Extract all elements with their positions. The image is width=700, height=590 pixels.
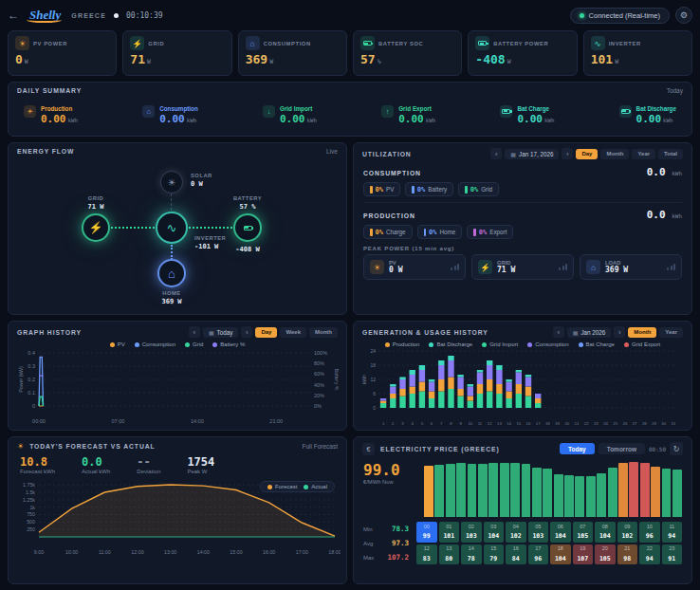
full-forecast-link[interactable]: Full Forecast (302, 443, 338, 450)
tab-today[interactable]: Today (560, 443, 595, 454)
price-bar-hour-06[interactable] (488, 463, 498, 517)
hour-cell-06[interactable]: 06 104 (550, 522, 571, 543)
hour-cell-14[interactable]: 14 78 (461, 544, 482, 565)
hour-cell-03[interactable]: 03 104 (484, 522, 505, 543)
peak-card-pv[interactable]: ☀ PV 0 W (363, 254, 466, 280)
graph-history-range-day-button[interactable]: Day (255, 327, 277, 338)
price-bar-hour-18[interactable] (618, 463, 628, 517)
forecast-legend-forecast[interactable]: Forecast (267, 484, 297, 489)
utilization-date-pill[interactable]: ▦Jan 17, 2026 (505, 149, 559, 159)
refresh-button[interactable]: ↻ (670, 442, 683, 455)
graph-history-range-week-button[interactable]: Week (280, 327, 306, 338)
price-bar-hour-15[interactable] (586, 476, 596, 517)
kpi-grid[interactable]: ⚡ GRID 71W (122, 30, 231, 76)
utilization-range-day-button[interactable]: Day (576, 149, 598, 159)
peak-card-grid[interactable]: ⚡ GRID 71 W (471, 254, 574, 280)
price-bar-hour-17[interactable] (608, 468, 617, 517)
production-chip-export[interactable]: 0% Export (467, 225, 513, 239)
utilization-range-month-button[interactable]: Month (600, 149, 629, 159)
price-bar-hour-14[interactable] (575, 476, 584, 517)
utilization-next-button[interactable]: › (562, 148, 573, 159)
price-bar-hour-07[interactable] (500, 463, 509, 517)
generation-range-month-button[interactable]: Month (628, 327, 656, 338)
price-bar-hour-01[interactable] (434, 465, 444, 517)
price-bar-hour-03[interactable] (456, 463, 466, 517)
hour-cell-07[interactable]: 07 105 (573, 522, 594, 543)
price-bar-hour-16[interactable] (597, 473, 606, 517)
production-chip-charge[interactable]: 0% Charge (363, 225, 413, 239)
hour-cell-21[interactable]: 21 98 (617, 544, 638, 565)
kpi-consumption[interactable]: ⌂ CONSUMPTION 369W (238, 30, 347, 76)
utilization-range-total-button[interactable]: Total (658, 149, 683, 159)
graph-history-date-pill[interactable]: ▦Today (203, 327, 238, 338)
price-bar-hour-23[interactable] (672, 470, 682, 517)
utilization-range-year-button[interactable]: Year (632, 149, 655, 159)
battery-node[interactable] (233, 213, 262, 242)
price-bar-hour-02[interactable] (446, 464, 455, 517)
hour-cell-16[interactable]: 16 84 (506, 544, 526, 565)
hour-cell-17[interactable]: 17 96 (528, 544, 549, 565)
utilization-prev-button[interactable]: ‹ (490, 148, 502, 159)
summary-label: Bat Charge (517, 105, 554, 112)
kpi-pv-power[interactable]: ☀ PV POWER 0W (8, 30, 117, 76)
price-bar-hour-08[interactable] (510, 463, 520, 517)
generation-next-button[interactable]: › (614, 326, 625, 338)
generation-prev-button[interactable]: ‹ (553, 326, 564, 338)
hour-cell-09[interactable]: 09 102 (617, 522, 638, 543)
settings-button[interactable]: ⚙ (675, 7, 692, 24)
hour-cell-01[interactable]: 01 101 (439, 522, 460, 543)
price-bar-hour-13[interactable] (564, 475, 574, 517)
kpi-battery-power[interactable]: BATTERY POWER -408W (468, 30, 577, 76)
hour-cell-18[interactable]: 18 104 (550, 544, 571, 565)
solar-node[interactable]: ☀ (160, 171, 183, 194)
sun-icon: ☀ (374, 263, 381, 272)
hour-cell-13[interactable]: 13 80 (439, 544, 460, 565)
graph-history-prev-button[interactable]: ‹ (189, 326, 200, 338)
kpi-inverter[interactable]: ∿ INVERTER 101W (583, 30, 692, 76)
hour-cell-04[interactable]: 04 102 (506, 522, 526, 543)
tab-tomorrow[interactable]: Tomorrow (599, 443, 645, 454)
price-bar-hour-10[interactable] (532, 468, 542, 517)
price-bar-hour-04[interactable] (468, 464, 477, 517)
price-bar-hour-00[interactable] (424, 466, 433, 517)
hour-cell-11[interactable]: 11 94 (662, 522, 683, 543)
price-bar-hour-12[interactable] (554, 474, 563, 517)
consumption-chip-pv[interactable]: 0% PV (363, 182, 400, 196)
summary-value: 0.00kWh (41, 114, 78, 124)
hour-price: 104 (599, 532, 611, 540)
hour-cell-02[interactable]: 02 103 (461, 522, 482, 543)
hour-cell-23[interactable]: 23 91 (662, 544, 683, 565)
hour-cell-19[interactable]: 19 107 (573, 544, 594, 565)
hour-cell-12[interactable]: 12 83 (416, 544, 437, 565)
production-chip-home[interactable]: 0% Home (417, 225, 463, 239)
price-bar-hour-20[interactable] (640, 463, 650, 517)
consumption-chip-battery[interactable]: 0% Battery (405, 182, 453, 196)
hour-cell-05[interactable]: 05 103 (528, 522, 549, 543)
hour-cell-22[interactable]: 22 94 (639, 544, 660, 565)
daily-summary-period[interactable]: Today (667, 87, 683, 94)
price-bar-hour-21[interactable] (651, 467, 660, 517)
price-bar-hour-09[interactable] (522, 464, 531, 517)
generation-range-year-button[interactable]: Year (659, 327, 683, 338)
graph-history-next-button[interactable]: › (241, 326, 252, 338)
graph-history-range-month-button[interactable]: Month (309, 327, 338, 338)
price-bar-hour-19[interactable] (629, 462, 638, 517)
hour-cell-08[interactable]: 08 104 (595, 522, 616, 543)
price-bar-hour-11[interactable] (543, 469, 552, 517)
price-bar-hour-22[interactable] (662, 469, 672, 517)
generation-date-pill[interactable]: ▦Jan 2026 (567, 327, 612, 338)
hour-cell-10[interactable]: 10 96 (639, 522, 660, 543)
home-node[interactable]: ⌂ (157, 259, 186, 287)
grid-node[interactable]: ⚡ (82, 213, 110, 242)
connection-status-badge[interactable]: Connected (Real-time) (570, 8, 670, 24)
inverter-node[interactable]: ∿ (156, 212, 188, 244)
hour-cell-00[interactable]: 00 99 (416, 522, 437, 543)
hour-cell-15[interactable]: 15 79 (484, 544, 505, 565)
price-bar-hour-05[interactable] (478, 464, 488, 517)
back-button[interactable]: ← (8, 9, 19, 22)
consumption-chip-grid[interactable]: 0% Grid (458, 182, 499, 196)
forecast-legend-actual[interactable]: Actual (304, 484, 327, 489)
hour-cell-20[interactable]: 20 105 (595, 544, 616, 565)
kpi-battery-soc[interactable]: BATTERY SOC 57% (353, 30, 462, 76)
peak-card-load[interactable]: ⌂ LOAD 369 W (580, 254, 682, 280)
